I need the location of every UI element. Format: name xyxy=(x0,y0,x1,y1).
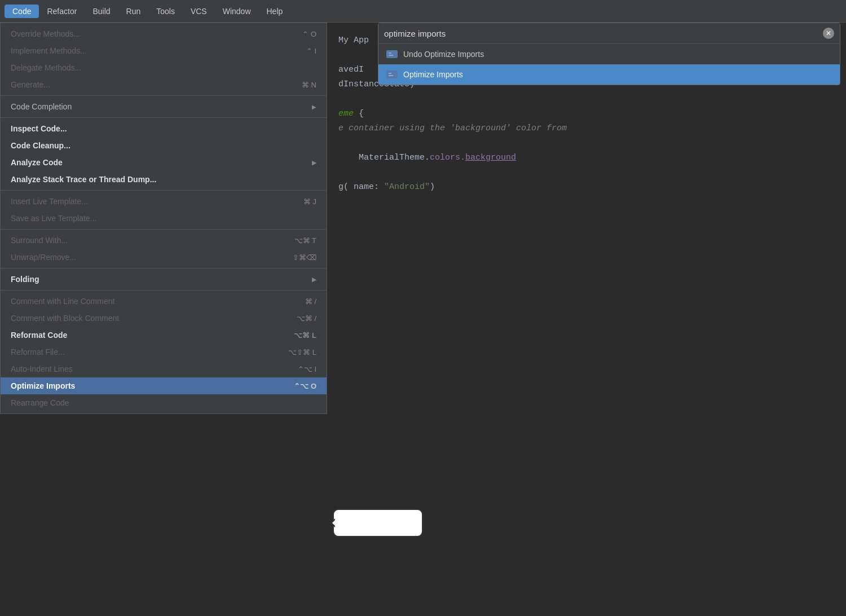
menubar: Code Refactor Build Run Tools VCS Window… xyxy=(0,0,846,23)
menu-item-surround-with[interactable]: Surround With... ⌥⌘ T xyxy=(1,232,327,249)
menu-item-label: Implement Methods... xyxy=(11,46,87,55)
menubar-item-code[interactable]: Code xyxy=(5,5,39,18)
menu-item-shortcut: ⌘ J xyxy=(303,197,316,206)
code-menu: Override Methods... ⌃ O Implement Method… xyxy=(0,23,327,414)
menu-item-label: Reformat Code xyxy=(11,331,67,340)
menu-item-optimize-imports[interactable]: Optimize Imports ⌃⌥ O xyxy=(1,377,327,394)
menu-item-label: Inspect Code... xyxy=(11,124,67,133)
separator-5 xyxy=(1,268,327,269)
search-input[interactable] xyxy=(384,29,823,38)
menu-item-rearrange-code[interactable]: Rearrange Code xyxy=(1,394,327,411)
menu-item-inspect-code[interactable]: Inspect Code... xyxy=(1,120,327,137)
code-line-8 xyxy=(338,137,835,150)
menu-item-reformat-code[interactable]: Reformat Code ⌥⌘ L xyxy=(1,327,327,344)
chevron-right-icon: ▶ xyxy=(312,276,316,283)
menu-item-unwrap-remove[interactable]: Unwrap/Remove... ⇧⌘⌫ xyxy=(1,249,327,266)
result-icon xyxy=(386,71,398,78)
svg-rect-3 xyxy=(387,71,396,78)
svg-rect-0 xyxy=(387,51,396,58)
menu-item-label: Code Completion xyxy=(11,102,72,111)
code-line-10 xyxy=(338,166,835,179)
menu-item-analyze-code[interactable]: Analyze Code ▶ xyxy=(1,154,327,171)
menu-item-label: Reformat File... xyxy=(11,347,65,357)
menu-item-generate[interactable]: Generate... ⌘ N xyxy=(1,76,327,93)
menubar-item-refactor[interactable]: Refactor xyxy=(39,5,85,18)
code-line-9: MaterialTheme.colors.background xyxy=(338,151,835,165)
menu-item-code-completion[interactable]: Code Completion ▶ xyxy=(1,98,327,115)
separator-1 xyxy=(1,95,327,96)
menu-item-shortcut: ⌘ / xyxy=(305,297,316,306)
result-label: Undo Optimize Imports xyxy=(403,50,484,59)
menu-item-shortcut: ⌃⌥ I xyxy=(298,365,316,373)
svg-rect-1 xyxy=(389,52,391,54)
search-result-undo-optimize[interactable]: Undo Optimize Imports xyxy=(378,44,840,64)
menu-item-implement-methods[interactable]: Implement Methods... ⌃ I xyxy=(1,42,327,59)
menu-item-label: Analyze Code xyxy=(11,158,63,167)
chevron-right-icon: ▶ xyxy=(312,160,316,166)
menu-item-save-live-template[interactable]: Save as Live Template... xyxy=(1,210,327,227)
menu-item-label: Generate... xyxy=(11,80,50,89)
result-icon xyxy=(386,50,398,58)
menu-item-code-cleanup[interactable]: Code Cleanup... xyxy=(1,137,327,154)
menu-item-label: Override Methods... xyxy=(11,29,80,38)
menu-item-label: Unwrap/Remove... xyxy=(11,253,76,262)
menu-item-label: Optimize Imports xyxy=(11,381,75,390)
search-header: ✕ xyxy=(378,23,840,44)
menu-item-label: Comment with Line Comment xyxy=(11,297,114,306)
separator-4 xyxy=(1,229,327,230)
menubar-item-tools[interactable]: Tools xyxy=(148,5,183,18)
svg-rect-5 xyxy=(389,75,393,76)
menu-item-comment-line[interactable]: Comment with Line Comment ⌘ / xyxy=(1,293,327,310)
code-line-7: e container using the 'background' color… xyxy=(338,122,835,135)
menubar-item-vcs[interactable]: VCS xyxy=(183,5,215,18)
menu-item-label: Auto-Indent Lines xyxy=(11,364,73,373)
menu-item-shortcut: ⌃ I xyxy=(306,47,316,55)
menu-item-label: Save as Live Template... xyxy=(11,214,96,223)
code-line-11: g( name: "Android") xyxy=(338,181,835,194)
menu-item-label: Insert Live Template... xyxy=(11,197,88,206)
menu-item-label: Folding xyxy=(11,275,39,284)
tooltip-bubble xyxy=(333,509,423,537)
result-label: Optimize Imports xyxy=(403,70,463,79)
menubar-item-build[interactable]: Build xyxy=(85,5,118,18)
menu-item-label: Comment with Block Comment xyxy=(11,314,119,323)
menu-item-shortcut: ⌘ N xyxy=(302,81,316,89)
menubar-item-window[interactable]: Window xyxy=(215,5,259,18)
menu-item-shortcut: ⌥⌘ T xyxy=(294,236,316,245)
code-line-5 xyxy=(338,93,835,106)
menu-item-override-methods[interactable]: Override Methods... ⌃ O xyxy=(1,25,327,42)
menu-item-comment-block[interactable]: Comment with Block Comment ⌥⌘ / xyxy=(1,310,327,327)
menu-item-label: Delegate Methods... xyxy=(11,63,81,72)
search-popup: ✕ Undo Optimize Imports Optimize Imports xyxy=(378,23,840,85)
menu-item-folding[interactable]: Folding ▶ xyxy=(1,271,327,288)
menubar-item-run[interactable]: Run xyxy=(118,5,149,18)
chevron-right-icon: ▶ xyxy=(312,104,316,110)
menu-item-shortcut: ⌃ O xyxy=(302,30,316,38)
menu-item-label: Surround With... xyxy=(11,236,68,245)
separator-3 xyxy=(1,190,327,191)
separator-6 xyxy=(1,290,327,291)
menu-item-analyze-stack-trace[interactable]: Analyze Stack Trace or Thread Dump... xyxy=(1,171,327,188)
menu-item-auto-indent[interactable]: Auto-Indent Lines ⌃⌥ I xyxy=(1,360,327,377)
menu-item-shortcut: ⇧⌘⌫ xyxy=(293,253,316,262)
search-close-button[interactable]: ✕ xyxy=(823,28,834,39)
menu-item-shortcut: ⌥⌘ / xyxy=(297,314,316,323)
menu-item-shortcut: ⌥⇧⌘ L xyxy=(288,348,316,357)
menu-item-delegate-methods[interactable]: Delegate Methods... xyxy=(1,59,327,76)
search-result-optimize[interactable]: Optimize Imports xyxy=(378,64,840,85)
svg-rect-2 xyxy=(389,55,393,56)
svg-rect-4 xyxy=(389,73,391,74)
menu-item-reformat-file[interactable]: Reformat File... ⌥⇧⌘ L xyxy=(1,344,327,360)
menu-item-label: Analyze Stack Trace or Thread Dump... xyxy=(11,175,156,184)
separator-2 xyxy=(1,117,327,118)
menu-item-insert-live-template[interactable]: Insert Live Template... ⌘ J xyxy=(1,193,327,210)
menu-item-label: Rearrange Code xyxy=(11,398,69,407)
menu-item-shortcut: ⌥⌘ L xyxy=(294,331,316,340)
code-line-12 xyxy=(338,195,835,209)
code-line-6: eme { xyxy=(338,107,835,121)
menubar-item-help[interactable]: Help xyxy=(259,5,291,18)
menu-item-shortcut: ⌃⌥ O xyxy=(294,382,316,390)
menu-item-label: Code Cleanup... xyxy=(11,141,70,150)
